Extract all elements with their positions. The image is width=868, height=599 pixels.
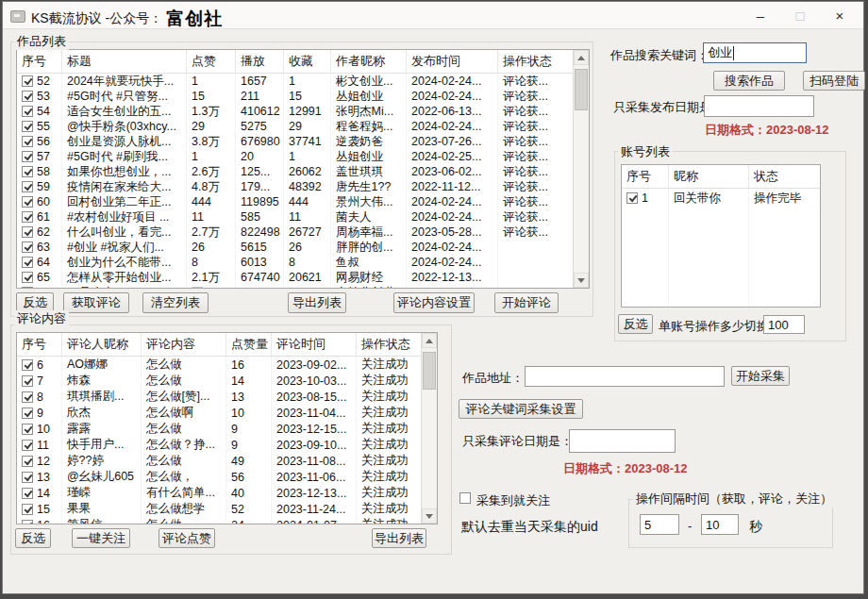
- scrollbar-down-button[interactable]: [422, 508, 437, 524]
- minimize-button[interactable]: –: [741, 2, 780, 28]
- scrollbar-up-button[interactable]: [422, 333, 437, 348]
- column-header[interactable]: 点赞: [187, 50, 236, 73]
- table-row[interactable]: 16 第风信 怎么做 24 2024-01-07... 关注成功: [17, 517, 437, 524]
- column-header[interactable]: 序号: [17, 50, 62, 73]
- column-header[interactable]: 收藏: [284, 50, 331, 73]
- scrollbar[interactable]: [421, 333, 437, 524]
- table-row[interactable]: 56 创业是资源人脉机... 3.8万 676980 37741 逆袭奶爸 20…: [17, 134, 589, 149]
- row-checkbox[interactable]: [22, 504, 33, 515]
- close-button[interactable]: ×: [820, 2, 860, 28]
- comment-date-input[interactable]: [569, 429, 676, 453]
- column-header[interactable]: 操作状态: [357, 333, 421, 356]
- interval-max-input[interactable]: 10: [701, 514, 739, 535]
- export-works-list-button[interactable]: 导出列表: [288, 292, 346, 313]
- scrollbar-thumb[interactable]: [575, 69, 588, 110]
- maximize-button[interactable]: □: [780, 2, 820, 28]
- table-row[interactable]: 9 欣杰 怎么做啊 10 2023-11-04... 关注成功: [17, 405, 437, 421]
- table-row[interactable]: 59 疫情闲在家来给大... 4.8万 179... 48392 唐先生1?? …: [17, 179, 589, 194]
- comment-keyword-settings-button[interactable]: 评论关键词采集设置: [459, 399, 583, 419]
- follow-on-collect-checkbox[interactable]: [459, 492, 471, 504]
- table-row[interactable]: 12 婷??婷 怎么做 49 2023-11-08... 关注成功: [17, 453, 437, 469]
- scrollbar-down-button[interactable]: [574, 273, 589, 288]
- row-checkbox[interactable]: [22, 151, 33, 162]
- search-keyword-input[interactable]: 创业: [703, 42, 807, 63]
- table-row[interactable]: 8 琪琪播剧... 怎么做[赞]... 13 2023-08-15... 关注成…: [17, 389, 437, 405]
- table-row[interactable]: 1 回关带你 操作完毕: [622, 189, 820, 208]
- table-row[interactable]: 54 适合女生创业的五... 1.3万 410612 12991 张明杰Mi..…: [17, 104, 589, 119]
- scrollbar-thumb[interactable]: [423, 352, 436, 390]
- row-checkbox[interactable]: [22, 106, 33, 117]
- row-checkbox[interactable]: [22, 181, 33, 192]
- row-checkbox[interactable]: [22, 424, 33, 435]
- clear-list-button[interactable]: 清空列表: [142, 292, 209, 313]
- row-checkbox[interactable]: [22, 196, 33, 208]
- row-checkbox[interactable]: [22, 136, 33, 147]
- table-row[interactable]: 6 AO娜娜 怎么做 16 2023-09-02... 关注成功: [17, 357, 437, 373]
- column-header[interactable]: 评论时间: [272, 333, 357, 356]
- like-comments-button[interactable]: 评论点赞: [159, 528, 215, 548]
- table-row[interactable]: 13 @幺妹儿605 怎么做， 56 2023-11-06... 关注成功: [17, 469, 437, 485]
- comments-invert-selection-button[interactable]: 反选: [15, 528, 51, 548]
- table-row[interactable]: 62 什么叫创业，看完... 2.7万 822498 26727 周杨幸福...…: [17, 225, 589, 240]
- row-checkbox[interactable]: [22, 211, 33, 223]
- column-header[interactable]: 评论内容: [142, 333, 226, 356]
- search-works-button[interactable]: 搜索作品: [713, 71, 785, 91]
- row-checkbox[interactable]: [22, 272, 33, 283]
- row-checkbox[interactable]: [22, 91, 33, 102]
- scrollbar-up-button[interactable]: [574, 50, 589, 65]
- row-checkbox[interactable]: [22, 520, 33, 525]
- table-row[interactable]: 7 炜森 怎么做 14 2023-10-03... 关注成功: [17, 373, 437, 389]
- table-row[interactable]: 58 如果你也想创业，... 2.6万 125... 26062 盖世琪琪 20…: [17, 164, 589, 179]
- comment-content-settings-button[interactable]: 评论内容设置: [393, 292, 475, 313]
- start-collect-button[interactable]: 开始采集: [731, 366, 790, 386]
- row-checkbox[interactable]: [22, 121, 33, 132]
- row-checkbox[interactable]: [22, 440, 33, 451]
- table-row[interactable]: 10 露露 怎么做 9 2023-12-15... 关注成功: [17, 421, 437, 437]
- row-checkbox[interactable]: [22, 456, 33, 467]
- column-header[interactable]: 状态: [749, 165, 820, 188]
- table-row[interactable]: 63 #创业 #祝家人们... 26 5615 26 胖胖的创... 2024-…: [17, 240, 589, 255]
- row-checkbox[interactable]: [22, 359, 33, 371]
- table-row[interactable]: 66 一月改变... 万 幺妹儿创业...: [17, 285, 589, 289]
- works-url-input[interactable]: [525, 366, 725, 387]
- fetch-comments-button[interactable]: 获取评论: [63, 292, 129, 313]
- column-header[interactable]: 点赞量: [226, 333, 272, 356]
- column-header[interactable]: 昵称: [669, 165, 749, 188]
- table-row[interactable]: 60 回村创业第二年正... 444 119895 444 景州大伟... 20…: [17, 194, 589, 209]
- accounts-invert-selection-button[interactable]: 反选: [618, 314, 653, 334]
- row-checkbox[interactable]: [22, 408, 33, 419]
- scrollbar[interactable]: [573, 50, 589, 288]
- column-header[interactable]: 发布时间: [407, 50, 498, 73]
- row-checkbox[interactable]: [22, 257, 33, 268]
- row-checkbox[interactable]: [22, 287, 33, 289]
- account-switch-input[interactable]: 100: [763, 315, 805, 334]
- row-checkbox[interactable]: [22, 166, 33, 177]
- publish-date-input[interactable]: [704, 95, 814, 117]
- table-row[interactable]: 65 怎样从零开始创业... 2.1万 674740 20621 网易财经 20…: [17, 270, 589, 285]
- start-comment-button[interactable]: 开始评论: [494, 292, 559, 313]
- row-checkbox[interactable]: [22, 75, 33, 87]
- table-row[interactable]: 11 快手用户... 怎么做？挣... 9 2023-09-10... 关注成功: [17, 437, 437, 453]
- row-checkbox[interactable]: [22, 241, 33, 253]
- row-checkbox[interactable]: [626, 192, 638, 204]
- table-row[interactable]: 53 #5G时代 #只管努... 15 211 15 丛姐创业 2024-02-…: [17, 89, 589, 104]
- row-checkbox[interactable]: [22, 375, 33, 387]
- table-row[interactable]: 61 #农村创业好项目 ... 11 585 11 菌夫人 2024-02-24…: [17, 209, 589, 225]
- table-row[interactable]: 52 2024年就要玩快手... 1 1657 1 彬文创业... 2024-0…: [17, 74, 589, 89]
- follow-all-button[interactable]: 一键关注: [72, 528, 130, 548]
- column-header[interactable]: 作者昵称: [331, 50, 407, 73]
- export-comments-list-button[interactable]: 导出列表: [372, 528, 426, 548]
- table-row[interactable]: 57 #5G时代 #刷到我... 1 20 1 丛姐创业 2024-02-25.…: [17, 149, 589, 164]
- row-checkbox[interactable]: [22, 226, 33, 238]
- table-row[interactable]: 55 @快手粉条(03xhcy... 29 5275 29 程爸程妈... 20…: [17, 119, 589, 134]
- column-header[interactable]: 序号: [622, 165, 669, 188]
- row-checkbox[interactable]: [22, 391, 33, 403]
- row-checkbox[interactable]: [22, 472, 33, 483]
- row-checkbox[interactable]: [22, 488, 33, 499]
- column-header[interactable]: 播放: [236, 50, 284, 73]
- table-row[interactable]: 14 瑾嵘 有什么简单... 40 2023-12-13... 关注成功: [17, 485, 437, 501]
- column-header[interactable]: 评论人昵称: [62, 333, 142, 356]
- column-header[interactable]: 序号: [17, 333, 62, 356]
- column-header[interactable]: 操作状态: [498, 50, 573, 73]
- interval-min-input[interactable]: 5: [640, 514, 679, 535]
